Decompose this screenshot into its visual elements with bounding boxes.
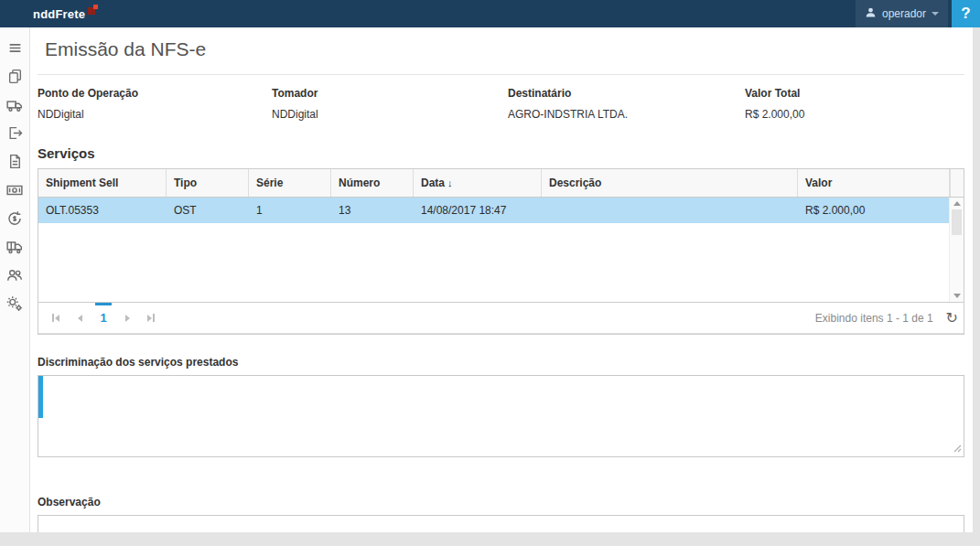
cell-tipo: OST — [167, 198, 249, 223]
sidebar-item-billing[interactable] — [0, 177, 29, 206]
users-icon — [6, 267, 23, 287]
sidebar-item-truck[interactable] — [0, 92, 29, 121]
cell-valor: R$ 2.000,00 — [798, 198, 949, 223]
grid-pager: 1 Exibindo itens 1 - 1 de 1 ↻ — [38, 302, 964, 334]
pager-prev-button[interactable] — [68, 303, 92, 333]
discrimination-textarea-wrap — [38, 375, 964, 461]
document-icon — [7, 154, 23, 173]
column-header-serie[interactable]: Série — [249, 169, 331, 197]
field-label: Destinatário — [508, 87, 745, 100]
field-valor-total: Valor Total R$ 2.000,00 — [745, 87, 964, 121]
column-header-label: Data — [421, 177, 445, 189]
refresh-icon[interactable]: ↻ — [946, 311, 958, 326]
sign-out-icon — [7, 125, 23, 145]
field-value: NDDigital — [272, 108, 508, 121]
brand-text: nddFrete — [33, 7, 85, 21]
field-value: NDDigital — [38, 108, 272, 121]
sidebar-item-delivery[interactable] — [0, 234, 29, 262]
discrimination-textarea[interactable] — [38, 375, 964, 457]
column-header-data[interactable]: Data↓ — [414, 169, 542, 197]
cell-serie: 1 — [249, 198, 331, 223]
summary-fields: Ponto de Operação NDDigital Tomador NDDi… — [38, 75, 964, 121]
services-grid: Shipment Sell Tipo Série Número Data↓ De… — [38, 168, 964, 335]
discrimination-section: Discriminação dos serviços prestados — [38, 356, 964, 461]
app-header: nddFrete operador ? — [0, 0, 980, 27]
last-page-icon — [153, 314, 155, 322]
field-ponto-de-operacao: Ponto de Operação NDDigital — [38, 87, 272, 121]
cell-data: 14/08/2017 18:47 — [414, 198, 542, 223]
scrollbar-up-icon[interactable] — [953, 201, 961, 206]
cell-numero: 13 — [331, 198, 414, 223]
services-grid-body: OLT.05353 OST 1 13 14/08/2017 18:47 R$ 2… — [38, 198, 964, 302]
scrollbar-thumb[interactable] — [952, 209, 962, 235]
page-title: Emissão da NFS-e — [45, 38, 964, 60]
first-page-icon — [55, 315, 59, 322]
column-header-numero[interactable]: Número — [331, 169, 414, 197]
brand-mark-icon — [88, 4, 98, 17]
brand-logo: nddFrete — [0, 4, 98, 24]
banknote-icon — [6, 182, 23, 202]
delivery-truck-icon — [6, 239, 23, 259]
observation-label: Observação — [38, 496, 964, 509]
chevron-down-icon — [932, 12, 939, 16]
pager-status: Exibindo itens 1 - 1 de 1 — [815, 312, 933, 325]
sidebar — [0, 27, 30, 532]
discrimination-label: Discriminação dos serviços prestados — [38, 356, 964, 369]
first-page-icon — [52, 314, 54, 322]
truck-icon — [6, 97, 23, 117]
table-row[interactable]: OLT.05353 OST 1 13 14/08/2017 18:47 R$ 2… — [38, 198, 949, 223]
pager-first-button[interactable] — [44, 303, 68, 333]
help-label: ? — [961, 5, 970, 23]
field-destinatario: Destinatário AGRO-INDSTRIA LTDA. — [508, 87, 745, 121]
pager-next-button[interactable] — [115, 303, 139, 333]
observation-input[interactable] — [38, 515, 964, 532]
pager-last-button[interactable] — [139, 303, 163, 333]
column-header-tipo[interactable]: Tipo — [167, 169, 249, 197]
sidebar-item-sign-out[interactable] — [0, 121, 29, 149]
field-label: Ponto de Operação — [38, 87, 272, 100]
menu-icon — [7, 40, 23, 59]
prev-page-icon — [78, 315, 82, 322]
sidebar-item-documents[interactable] — [0, 64, 29, 92]
column-header-shipment-sell[interactable]: Shipment Sell — [38, 169, 167, 197]
services-section-title: Serviços — [38, 145, 964, 161]
grid-vertical-scrollbar[interactable] — [949, 198, 964, 302]
copy-documents-icon — [7, 69, 23, 88]
column-header-valor[interactable]: Valor — [798, 169, 950, 197]
scrollbar-down-icon[interactable] — [953, 294, 961, 298]
observation-section: Observação — [38, 496, 964, 532]
settings-gears-icon — [6, 295, 23, 316]
pager-page-1[interactable]: 1 — [92, 303, 115, 333]
field-label: Tomador — [272, 87, 508, 100]
sidebar-item-menu[interactable] — [0, 36, 29, 64]
services-grid-header: Shipment Sell Tipo Série Número Data↓ De… — [38, 169, 964, 198]
column-header-descricao[interactable]: Descrição — [542, 169, 798, 197]
sidebar-item-refund[interactable] — [0, 206, 29, 234]
user-menu[interactable]: operador — [856, 0, 948, 27]
cell-descricao — [542, 198, 798, 223]
page-title-wrap: Emissão da NFS-e — [38, 27, 964, 75]
field-value: AGRO-INDSTRIA LTDA. — [508, 108, 745, 121]
sort-desc-icon: ↓ — [447, 177, 453, 188]
pager-right: Exibindo itens 1 - 1 de 1 ↻ — [815, 311, 958, 326]
field-tomador: Tomador NDDigital — [272, 87, 508, 121]
main-content: Emissão da NFS-e Ponto de Operação NDDig… — [30, 27, 973, 532]
user-icon — [865, 5, 877, 22]
sidebar-item-document[interactable] — [0, 149, 29, 177]
sidebar-item-users[interactable] — [0, 262, 29, 291]
help-button[interactable]: ? — [952, 0, 980, 27]
sidebar-item-settings[interactable] — [0, 291, 29, 319]
cell-shipment-sell: OLT.05353 — [38, 198, 167, 223]
field-value: R$ 2.000,00 — [745, 108, 964, 121]
money-refund-icon — [6, 210, 23, 230]
field-label: Valor Total — [745, 87, 964, 100]
user-label: operador — [882, 7, 926, 20]
last-page-icon — [147, 315, 152, 322]
header-scrollbar-spacer — [950, 169, 964, 197]
next-page-icon — [125, 315, 130, 322]
